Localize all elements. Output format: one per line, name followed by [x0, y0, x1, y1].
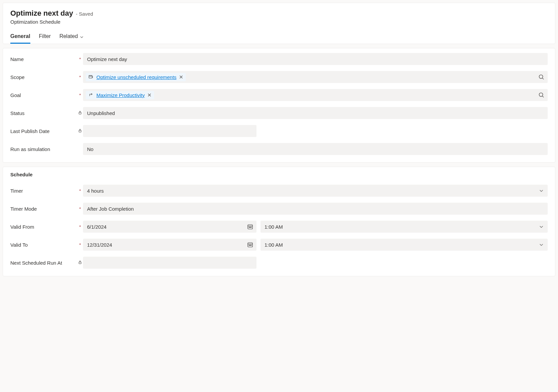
status-field: Unpublished	[83, 107, 548, 119]
calendar-icon[interactable]	[247, 242, 253, 248]
svg-point-16	[249, 227, 249, 228]
saved-indicator: - Saved	[76, 11, 93, 17]
field-row-run-as-simulation: Run as simulation No	[10, 143, 548, 155]
field-row-next-scheduled-run-at: Next Scheduled Run At	[10, 257, 548, 269]
last-publish-date-field	[83, 125, 256, 137]
valid-to-label: Valid To	[10, 242, 77, 248]
lock-icon	[78, 111, 82, 115]
general-section: Name * Optimize next day Scope * Optimiz…	[3, 48, 555, 163]
tab-filter[interactable]: Filter	[39, 33, 51, 44]
svg-rect-12	[79, 112, 81, 114]
svg-point-22	[250, 245, 250, 246]
search-icon[interactable]	[538, 74, 544, 80]
required-indicator: *	[79, 242, 81, 247]
chevron-down-icon	[539, 188, 544, 193]
field-row-status: Status Unpublished	[10, 107, 548, 119]
field-row-valid-from: Valid From * 6/1/2024 1:00 AM	[10, 221, 548, 233]
timer-mode-field[interactable]: After Job Completion	[83, 203, 548, 215]
svg-line-7	[542, 78, 544, 79]
svg-rect-13	[79, 130, 81, 132]
svg-rect-19	[248, 243, 252, 247]
tab-related[interactable]: Related	[59, 33, 84, 44]
scope-tag: Optimize unscheduled requirements	[86, 73, 186, 81]
close-icon[interactable]	[179, 75, 183, 79]
page-title: Optimize next day	[10, 9, 73, 18]
name-value: Optimize next day	[87, 56, 127, 62]
chevron-down-icon	[80, 34, 84, 38]
scope-link[interactable]: Optimize unscheduled requirements	[96, 74, 176, 80]
tab-list: General Filter Related	[10, 33, 548, 44]
goal-lookup[interactable]: Maximize Productivity	[83, 89, 548, 101]
timer-value: 4 hours	[87, 188, 104, 194]
field-row-valid-to: Valid To * 12/31/2024 1:00 AM	[10, 239, 548, 251]
next-scheduled-run-at-label: Next Scheduled Run At	[10, 260, 77, 266]
valid-from-time-select[interactable]: 1:00 AM	[260, 221, 548, 233]
required-indicator: *	[79, 75, 81, 80]
chevron-down-icon	[539, 224, 544, 229]
goal-tag: Maximize Productivity	[86, 91, 154, 99]
svg-point-2	[90, 76, 91, 76]
name-label: Name	[10, 56, 77, 62]
timer-select[interactable]: 4 hours	[83, 185, 548, 197]
valid-to-time-select[interactable]: 1:00 AM	[260, 239, 548, 251]
tab-general[interactable]: General	[10, 33, 30, 44]
svg-point-17	[250, 227, 250, 228]
required-indicator: *	[79, 206, 81, 211]
svg-point-1	[90, 76, 90, 76]
valid-to-date-input[interactable]: 12/31/2024	[83, 239, 256, 251]
chevron-down-icon	[539, 242, 544, 247]
field-row-timer-mode: Timer Mode * After Job Completion	[10, 203, 548, 215]
page-subtitle: Optimization Schedule	[10, 19, 548, 25]
tab-related-label: Related	[59, 33, 78, 39]
status-label: Status	[10, 110, 77, 116]
valid-from-date-value: 6/1/2024	[87, 224, 106, 230]
timer-mode-label: Timer Mode	[10, 206, 77, 212]
field-row-name: Name * Optimize next day	[10, 53, 548, 65]
field-row-last-publish-date: Last Publish Date	[10, 125, 548, 137]
svg-point-21	[249, 245, 249, 246]
valid-from-date-input[interactable]: 6/1/2024	[83, 221, 256, 233]
scope-label: Scope	[10, 74, 77, 80]
search-icon[interactable]	[538, 92, 544, 98]
svg-point-23	[251, 245, 251, 246]
run-as-simulation-label: Run as simulation	[10, 146, 77, 152]
valid-from-time-value: 1:00 AM	[264, 224, 283, 230]
schedule-section-title: Schedule	[10, 172, 548, 177]
page-header: Optimize next day - Saved Optimization S…	[3, 3, 555, 44]
lock-icon	[78, 129, 82, 133]
svg-point-6	[539, 75, 543, 79]
svg-rect-24	[79, 262, 81, 264]
goal-icon	[88, 92, 94, 98]
run-as-simulation-value: No	[87, 146, 93, 152]
field-row-scope: Scope * Optimize unscheduled requirement…	[10, 71, 548, 83]
close-icon[interactable]	[147, 93, 151, 97]
required-indicator: *	[79, 93, 81, 98]
svg-point-10	[539, 93, 543, 97]
run-as-simulation-field[interactable]: No	[83, 143, 548, 155]
name-input[interactable]: Optimize next day	[83, 53, 548, 65]
required-indicator: *	[79, 224, 81, 229]
field-row-timer: Timer * 4 hours	[10, 185, 548, 197]
valid-from-label: Valid From	[10, 224, 77, 230]
calendar-icon[interactable]	[247, 224, 253, 230]
valid-to-time-value: 1:00 AM	[264, 242, 283, 248]
valid-to-date-value: 12/31/2024	[87, 242, 112, 248]
tab-general-label: General	[10, 33, 30, 39]
timer-mode-value: After Job Completion	[87, 206, 134, 212]
field-row-goal: Goal * Maximize Productivity	[10, 89, 548, 101]
svg-point-18	[251, 227, 251, 228]
schedule-section: Schedule Timer * 4 hours Timer Mode * Af…	[3, 167, 555, 276]
lock-icon	[78, 260, 82, 264]
timer-label: Timer	[10, 188, 77, 194]
next-scheduled-run-at-field	[83, 257, 256, 269]
svg-rect-14	[248, 225, 252, 229]
last-publish-date-label: Last Publish Date	[10, 128, 77, 134]
scope-icon	[88, 74, 94, 80]
scope-lookup[interactable]: Optimize unscheduled requirements	[83, 71, 548, 83]
svg-rect-0	[89, 75, 92, 78]
svg-point-3	[91, 76, 91, 76]
goal-link[interactable]: Maximize Productivity	[96, 92, 145, 98]
status-value: Unpublished	[87, 110, 115, 116]
required-indicator: *	[79, 188, 81, 193]
required-indicator: *	[79, 57, 81, 62]
